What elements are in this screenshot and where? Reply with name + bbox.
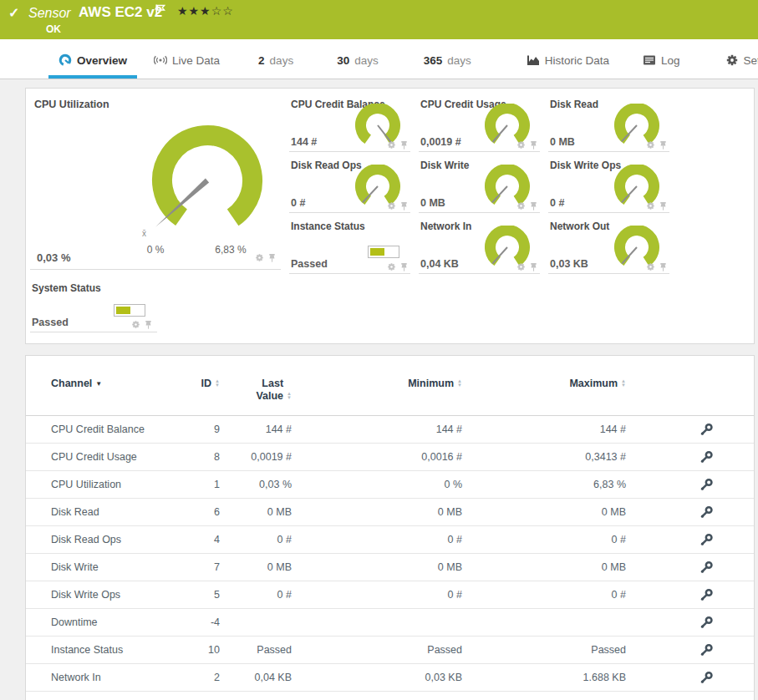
gear-icon[interactable]	[387, 201, 396, 211]
wrench-icon[interactable]	[699, 671, 714, 685]
wrench-icon[interactable]	[699, 533, 714, 547]
status-fill	[370, 248, 384, 256]
gear-icon[interactable]	[646, 201, 655, 211]
status-indicator	[368, 246, 399, 258]
gauges-panel: CPU Utilization x̄ 0 % 6,83 % 0,03 % Sys…	[25, 88, 755, 344]
table-row[interactable]: Disk Write 7 0 MB 0 MB 0 MB	[26, 554, 754, 581]
flag-icon[interactable]	[155, 4, 165, 16]
cpu-utilization-gauge	[124, 107, 291, 256]
wrench-icon[interactable]	[699, 478, 714, 492]
tab-2-days[interactable]: 2 days	[257, 54, 295, 79]
table-row[interactable]: Disk Write Ops 5 0 # 0 # 0 #	[26, 581, 754, 609]
pin-icon[interactable]	[267, 253, 277, 262]
tab-historic-data[interactable]: Historic Data	[525, 53, 611, 79]
tab-30-days[interactable]: 30 days	[335, 54, 380, 79]
gear-icon[interactable]	[516, 201, 526, 211]
gauge-tile-system-status: System Status Passed	[30, 281, 157, 332]
gear-icon[interactable]	[516, 140, 526, 150]
gear-icon	[725, 53, 739, 67]
pin-icon[interactable]	[399, 140, 409, 150]
sort-icon: ▲▼	[287, 392, 292, 400]
gauge-tile-disk-read: Disk Read 0 MB	[548, 97, 669, 152]
wrench-icon[interactable]	[699, 616, 714, 630]
gear-icon[interactable]	[387, 262, 396, 271]
pin-icon[interactable]	[529, 140, 538, 150]
tab-live-data[interactable]: Live Data	[152, 53, 221, 79]
pin-icon[interactable]	[659, 262, 668, 271]
sensor-title: AWS EC2 v2	[79, 4, 162, 21]
pin-icon[interactable]	[529, 262, 538, 271]
channel-value: Passed	[32, 317, 69, 328]
broadcast-icon	[154, 53, 167, 67]
pin-icon[interactable]	[529, 201, 538, 211]
log-icon	[643, 53, 656, 67]
status-fill	[116, 307, 130, 314]
sensor-status-badge: OK	[46, 23, 61, 35]
table-row[interactable]: CPU Credit Balance 9 144 # 144 # 144 #	[26, 416, 754, 444]
pin-icon[interactable]	[659, 140, 668, 150]
object-kind-label: Sensor	[28, 6, 71, 21]
pin-icon[interactable]	[144, 320, 153, 329]
wrench-icon[interactable]	[699, 588, 714, 602]
gauge-tile-disk-read-ops: Disk Read Ops 0 #	[289, 158, 410, 213]
table-row[interactable]: Instance Status 10 Passed Passed Passed	[26, 637, 754, 664]
table-row[interactable]: Network In 2 0,04 KB 0,03 KB 1.688 KB	[26, 664, 754, 692]
channel-table-panel: Channel ▼ ID ▲▼ Last Value ▲▼ Minimum ▲▼…	[25, 355, 755, 700]
sort-icon: ▲▼	[621, 379, 626, 388]
caret-down-icon: ▼	[95, 380, 102, 388]
gauge-tile-disk-write-ops: Disk Write Ops 0 #	[548, 158, 669, 213]
gauge-tile-cpu-credit-usage: CPU Credit Usage 0,0019 #	[419, 97, 540, 152]
table-row[interactable]: CPU Utilization 1 0,03 % 0 % 6,83 %	[26, 471, 754, 499]
gear-icon[interactable]	[516, 262, 526, 271]
tile-title: CPU Utilization	[34, 99, 109, 110]
tab-365-days[interactable]: 365 days	[422, 54, 473, 79]
chart-icon	[527, 53, 540, 67]
column-header-minimum[interactable]: Minimum ▲▼	[292, 378, 462, 389]
wrench-icon[interactable]	[699, 505, 714, 520]
column-header-maximum[interactable]: Maximum ▲▼	[462, 378, 626, 389]
gear-icon[interactable]	[255, 253, 264, 262]
status-indicator	[114, 304, 145, 317]
table-header-row: Channel ▼ ID ▲▼ Last Value ▲▼ Minimum ▲▼…	[26, 356, 754, 416]
gauge-tile-instance-status: Instance Status Passed	[289, 219, 410, 274]
gauge-tile-cpu-utilization: CPU Utilization x̄ 0 % 6,83 % 0,03 %	[30, 95, 281, 270]
tile-title: System Status	[32, 282, 101, 294]
wrench-icon[interactable]	[699, 643, 714, 657]
gauge-tile-network-in: Network In 0,04 KB	[419, 219, 540, 274]
gauge-icon	[59, 53, 72, 67]
pin-icon[interactable]	[399, 262, 409, 271]
gear-icon[interactable]	[387, 140, 396, 150]
wrench-icon[interactable]	[699, 561, 714, 575]
gauge-max-label: 6,83 %	[207, 244, 254, 256]
gear-icon[interactable]	[646, 262, 655, 271]
tab-bar: Overview Live Data 2 days 30 days 365 da…	[0, 39, 758, 79]
table-row[interactable]: CPU Credit Usage 8 0,0019 # 0,0016 # 0,3…	[26, 444, 754, 471]
channel-value: 0,03 %	[37, 251, 70, 264]
pin-icon[interactable]	[399, 201, 409, 211]
tab-log[interactable]: Log	[641, 53, 682, 79]
status-check-icon: ✓	[8, 5, 19, 21]
column-header-channel[interactable]: Channel ▼	[51, 378, 185, 389]
wrench-icon[interactable]	[699, 450, 714, 464]
gear-icon[interactable]	[646, 140, 655, 150]
gauge-tile-disk-write: Disk Write 0 MB	[419, 158, 540, 213]
table-row[interactable]: Downtime -4	[26, 609, 754, 637]
wrench-icon[interactable]	[699, 423, 714, 437]
average-marker: x̄	[142, 229, 146, 238]
pin-icon[interactable]	[659, 201, 668, 211]
tab-overview[interactable]: Overview	[57, 53, 129, 79]
tab-settings[interactable]: Settings	[724, 53, 758, 79]
gauge-tile-network-out: Network Out 0,03 KB	[548, 219, 669, 274]
column-header-id[interactable]: ID ▲▼	[185, 378, 220, 389]
star-rating[interactable]: ★★★☆☆	[177, 4, 234, 18]
gear-icon[interactable]	[131, 320, 140, 329]
gauge-min-label: 0 %	[137, 244, 174, 256]
table-row[interactable]: Disk Read Ops 4 0 # 0 # 0 #	[26, 526, 754, 554]
sensor-header: ✓ Sensor AWS EC2 v2 ★★★☆☆ OK	[0, 0, 758, 39]
table-row[interactable]: Disk Read 6 0 MB 0 MB 0 MB	[26, 499, 754, 526]
column-header-last-value[interactable]: Last Value ▲▼	[220, 378, 292, 403]
gauge-tile-cpu-credit-balance: CPU Credit Balance 144 #	[289, 97, 410, 152]
